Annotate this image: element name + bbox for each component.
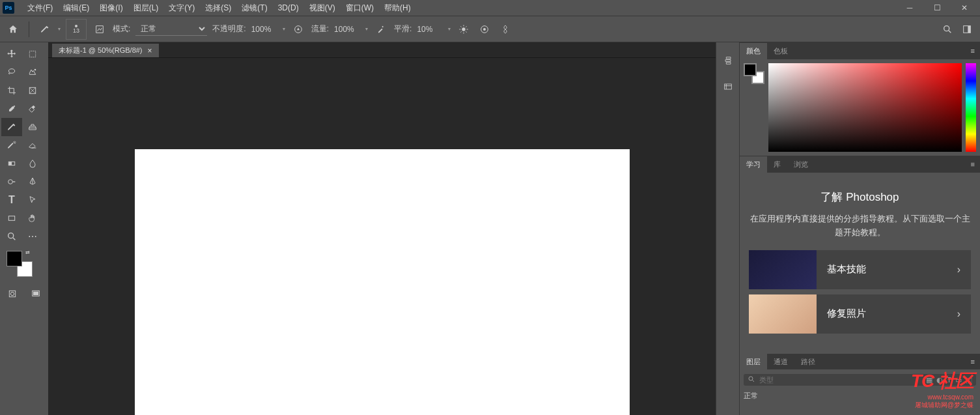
layer-filter-input[interactable] <box>759 376 922 384</box>
eraser-tool[interactable] <box>22 136 43 154</box>
window-controls: ─ ☐ ✕ <box>897 1 977 14</box>
filter-shape-icon[interactable]: ▭ <box>955 376 962 384</box>
quick-select-tool[interactable] <box>22 63 43 81</box>
screen-mode-icon[interactable] <box>25 285 46 303</box>
hue-slider[interactable] <box>966 63 976 152</box>
smoothing-options-icon[interactable] <box>456 21 471 37</box>
tab-color[interactable]: 颜色 <box>740 43 767 59</box>
foreground-color[interactable] <box>7 251 22 266</box>
smoothing-chevron-icon[interactable]: ▾ <box>448 26 451 32</box>
layers-panel-menu-icon[interactable]: ≡ <box>966 358 980 365</box>
properties-panel-icon[interactable] <box>720 79 736 94</box>
menu-layer[interactable]: 图层(L) <box>128 0 164 16</box>
close-button[interactable]: ✕ <box>951 1 977 14</box>
menu-view[interactable]: 视图(V) <box>304 0 341 16</box>
app-icon: Ps <box>3 2 14 14</box>
opacity-input[interactable] <box>251 25 277 34</box>
tab-library[interactable]: 库 <box>767 156 787 173</box>
document-tab[interactable]: 未标题-1 @ 50%(RGB/8#) × <box>52 44 159 57</box>
minimize-button[interactable]: ─ <box>897 1 923 14</box>
eyedropper-tool[interactable] <box>1 100 22 118</box>
menu-edit[interactable]: 编辑(E) <box>58 0 94 16</box>
flow-input[interactable] <box>334 25 360 34</box>
brush-preset-picker[interactable]: 13 <box>66 19 87 40</box>
clone-stamp-tool[interactable] <box>22 118 43 136</box>
menu-filter[interactable]: 滤镜(T) <box>236 0 272 16</box>
layer-blend-mode[interactable]: 正常 <box>744 391 758 401</box>
rectangle-tool[interactable] <box>1 209 22 227</box>
airbrush-icon[interactable] <box>373 21 389 37</box>
canvas[interactable] <box>135 149 630 415</box>
filter-adjust-icon[interactable]: ◐ <box>936 376 943 384</box>
pressure-opacity-icon[interactable] <box>290 21 306 37</box>
history-panel-icon[interactable] <box>720 53 736 68</box>
learn-panel-menu-icon[interactable]: ≡ <box>966 160 980 168</box>
menu-file[interactable]: 文件(F) <box>22 0 58 16</box>
path-select-tool[interactable] <box>22 191 43 209</box>
learn-title: 了解 Photoshop <box>749 190 971 205</box>
panel-foreground-color[interactable] <box>744 63 757 76</box>
tab-channels[interactable]: 通道 <box>767 354 794 370</box>
tab-paths[interactable]: 路径 <box>794 354 822 370</box>
close-tab-icon[interactable]: × <box>148 46 152 55</box>
menu-select[interactable]: 选择(S) <box>200 0 236 16</box>
tab-learn[interactable]: 学习 <box>740 156 767 173</box>
swap-colors-icon[interactable]: ⇄ <box>25 250 30 255</box>
home-icon[interactable] <box>5 21 21 37</box>
marquee-tool[interactable] <box>22 45 43 63</box>
maximize-button[interactable]: ☐ <box>924 1 950 14</box>
tab-comment[interactable]: 浏览 <box>787 156 815 173</box>
blend-mode-select[interactable]: 正常 <box>135 22 207 36</box>
brush-settings-icon[interactable] <box>92 21 107 37</box>
opacity-chevron-icon[interactable]: ▾ <box>283 26 285 32</box>
type-tool[interactable]: T <box>1 191 22 209</box>
svg-point-1 <box>462 27 466 31</box>
menu-help[interactable]: 帮助(H) <box>379 0 416 16</box>
color-panel-menu-icon[interactable]: ≡ <box>966 47 980 55</box>
brush-size-value: 13 <box>73 27 79 34</box>
color-field[interactable] <box>768 63 962 152</box>
tab-layers[interactable]: 图层 <box>740 354 767 370</box>
svg-point-3 <box>483 28 486 31</box>
edit-toolbar-icon[interactable]: ⋯ <box>22 227 43 246</box>
brush-tool[interactable] <box>1 118 22 136</box>
menu-type[interactable]: 文字(Y) <box>163 0 200 16</box>
learn-description: 在应用程序内直接提供的分步指导教程。从下面选取一个主题开始教程。 <box>749 212 971 240</box>
flow-chevron-icon[interactable]: ▾ <box>365 26 368 32</box>
gradient-tool[interactable] <box>1 154 22 173</box>
tool-preset-chevron-icon[interactable]: ▾ <box>58 26 61 32</box>
svg-point-13 <box>8 180 13 184</box>
canvas-viewport[interactable] <box>48 58 716 415</box>
learn-item-basics[interactable]: 基本技能 › <box>749 250 971 289</box>
blur-tool[interactable] <box>22 154 43 173</box>
learn-item-retouch[interactable]: 修复照片 › <box>749 294 971 334</box>
svg-point-4 <box>944 25 949 31</box>
dodge-tool[interactable] <box>1 173 22 191</box>
menu-3d[interactable]: 3D(D) <box>273 1 304 15</box>
move-tool[interactable] <box>1 45 22 63</box>
mode-label: 模式: <box>113 23 130 35</box>
filter-pixel-icon[interactable]: ▦ <box>926 376 932 384</box>
search-icon[interactable] <box>748 375 755 384</box>
zoom-tool[interactable] <box>1 227 22 246</box>
filter-type-icon[interactable]: T <box>947 376 951 384</box>
document-area: 未标题-1 @ 50%(RGB/8#) × <box>48 42 716 415</box>
search-icon[interactable] <box>940 21 955 37</box>
healing-brush-tool[interactable] <box>22 100 43 118</box>
pen-tool[interactable] <box>22 173 43 191</box>
hand-tool[interactable] <box>22 209 43 227</box>
smoothing-input[interactable] <box>417 25 443 34</box>
symmetry-icon[interactable] <box>497 21 513 37</box>
pressure-size-icon[interactable] <box>477 21 492 37</box>
menu-window[interactable]: 窗口(W) <box>341 0 379 16</box>
frame-tool[interactable] <box>22 81 43 100</box>
filter-smart-icon[interactable]: ⬚ <box>966 376 972 384</box>
history-brush-tool[interactable] <box>1 136 22 154</box>
brush-tool-indicator-icon[interactable] <box>37 21 53 37</box>
workspace-icon[interactable] <box>959 21 975 37</box>
quick-mask-icon[interactable] <box>2 285 23 303</box>
menu-image[interactable]: 图像(I) <box>94 0 128 16</box>
tab-swatches[interactable]: 色板 <box>767 43 794 59</box>
crop-tool[interactable] <box>1 81 22 100</box>
lasso-tool[interactable] <box>1 63 22 81</box>
